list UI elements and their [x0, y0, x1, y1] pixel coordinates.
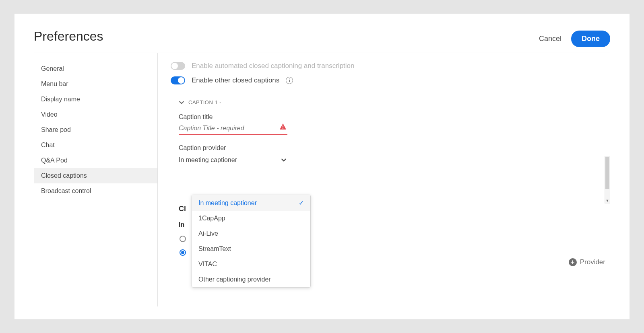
chevron-down-icon — [179, 100, 184, 105]
cancel-button[interactable]: Cancel — [539, 35, 561, 43]
dropdown-item-streamtext[interactable]: StreamText — [192, 241, 310, 257]
svg-rect-1 — [283, 128, 283, 129]
sidebar-item-general[interactable]: General — [34, 61, 157, 76]
done-button[interactable]: Done — [571, 31, 610, 47]
sidebar-item-share-pod[interactable]: Share pod — [34, 122, 157, 138]
info-icon[interactable]: i — [286, 77, 293, 84]
dropdown-item-label: 1CapApp — [198, 215, 225, 222]
caption-title-input[interactable] — [179, 123, 287, 135]
sidebar-item-chat[interactable]: Chat — [34, 138, 157, 153]
sidebar-item-video[interactable]: Video — [34, 107, 157, 122]
page-title: Preferences — [34, 29, 103, 44]
check-icon: ✓ — [299, 199, 304, 207]
dropdown-item-label: Ai-Live — [198, 230, 218, 237]
radio-unchecked-icon — [180, 236, 186, 242]
dropdown-item-label: StreamText — [198, 245, 231, 253]
toggle-automated[interactable] — [171, 62, 185, 70]
sidebar-item-closed-captions[interactable]: Closed captions — [34, 168, 157, 183]
dropdown-item-label: In meeting captioner — [198, 199, 257, 207]
toggle-other[interactable] — [171, 76, 185, 84]
sidebar-item-q-a-pod[interactable]: Q&A Pod — [34, 153, 157, 168]
add-provider-button[interactable]: + Provider — [569, 258, 605, 266]
dropdown-item-label: VITAC — [198, 261, 217, 268]
dropdown-item-label: Other captioning provider — [198, 276, 271, 283]
caption-title-field-wrap — [179, 123, 287, 135]
plus-circle-icon: + — [569, 258, 577, 266]
dropdown-item-ai-live[interactable]: Ai-Live — [192, 226, 310, 241]
dropdown-item-in-meeting-captioner[interactable]: In meeting captioner✓ — [192, 195, 310, 211]
toggle-other-row: Enable other closed captions i — [171, 76, 610, 84]
provider-dropdown: In meeting captioner✓1CapAppAi-LiveStrea… — [192, 195, 311, 288]
sidebar-item-menu-bar[interactable]: Menu bar — [34, 76, 157, 92]
header: Preferences Cancel Done — [34, 29, 610, 53]
caption-provider-label: Caption provider — [179, 144, 602, 152]
caption-provider-select[interactable]: In meeting captioner — [179, 154, 287, 166]
dropdown-item-1capapp[interactable]: 1CapApp — [192, 211, 310, 226]
caption-header[interactable]: CAPTION 1 - — [179, 99, 602, 105]
preferences-window: Preferences Cancel Done GeneralMenu barD… — [14, 14, 630, 319]
add-provider-label: Provider — [580, 258, 605, 266]
body: GeneralMenu barDisplay nameVideoShare po… — [34, 53, 610, 306]
toggle-other-label: Enable other closed captions — [192, 76, 279, 84]
caption-title-label: Caption title — [179, 113, 602, 121]
sidebar: GeneralMenu barDisplay nameVideoShare po… — [34, 53, 158, 306]
caption-header-label: CAPTION 1 - — [188, 99, 221, 105]
toggle-automated-row: Enable automated closed captioning and t… — [171, 62, 610, 70]
sidebar-item-display-name[interactable]: Display name — [34, 92, 157, 107]
dropdown-item-other-captioning-provider[interactable]: Other captioning provider — [192, 272, 310, 287]
warning-icon — [279, 123, 287, 130]
radio-checked-icon — [180, 249, 186, 256]
dropdown-item-vitac[interactable]: VITAC — [192, 257, 310, 272]
toggle-automated-label: Enable automated closed captioning and t… — [192, 62, 355, 70]
sidebar-item-broadcast-control[interactable]: Broadcast control — [34, 183, 157, 199]
caption-provider-value: In meeting captioner — [179, 156, 237, 164]
header-actions: Cancel Done — [539, 31, 610, 47]
chevron-down-icon — [281, 157, 287, 163]
svg-rect-0 — [283, 125, 283, 127]
